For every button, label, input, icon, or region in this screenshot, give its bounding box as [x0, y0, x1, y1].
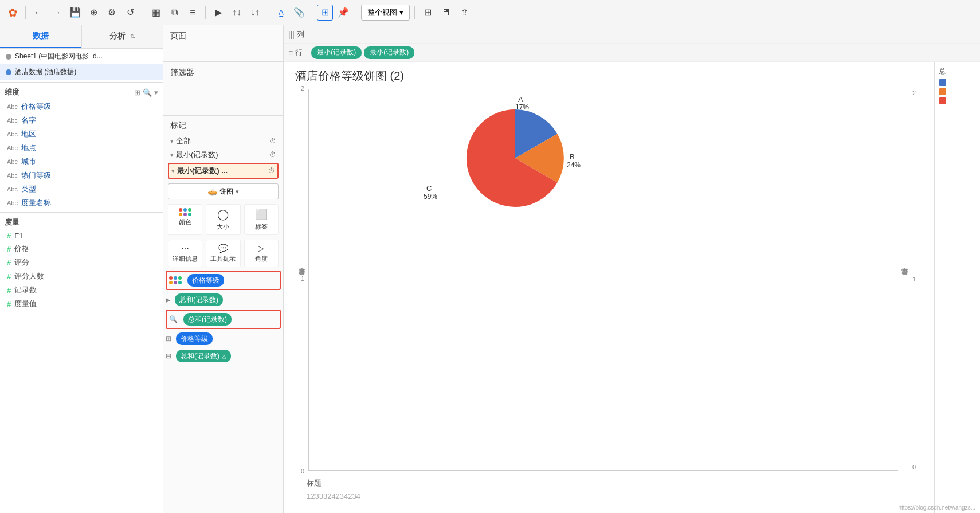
page-area — [163, 45, 283, 62]
row-shelf-label: 行 — [295, 48, 311, 58]
marks-active-row[interactable]: ▾ 最小(记录数) ... ⏱ — [168, 163, 279, 179]
measure-record-count[interactable]: # 记录数 — [0, 283, 163, 297]
datasource-sheet1[interactable]: Sheet1 (中国电影网电影_d... — [0, 49, 163, 64]
measure-rating-count[interactable]: # 评分人数 — [0, 269, 163, 283]
highlight-icon[interactable]: A̲ — [273, 5, 289, 21]
pie-chart-svg — [458, 101, 573, 216]
angle-label: 角度 — [255, 254, 268, 263]
tooltip-pill[interactable]: 总和(记录数) △ — [176, 350, 231, 362]
angle-icon: ▷ — [258, 244, 264, 253]
marks-active-expand: ▾ — [171, 167, 175, 175]
tab-analysis[interactable]: 分析 ⇅ — [82, 25, 163, 48]
layout-icon[interactable]: ▦ — [148, 5, 164, 21]
title-input[interactable]: 1233324234234 — [307, 492, 911, 500]
tab-data[interactable]: 数据 — [0, 25, 81, 48]
share-icon[interactable]: ⇪ — [456, 5, 472, 21]
dim-expand-icon[interactable]: ▾ — [154, 88, 158, 97]
sep4 — [268, 6, 268, 19]
col-shelf-row: ||| 列 — [284, 25, 980, 44]
legend-title: 总 — [939, 67, 975, 76]
dim-search-icon[interactable]: 🔍 — [143, 88, 152, 97]
datasource-hotel[interactable]: 酒店数据 (酒店数据) — [0, 64, 163, 80]
pie-percent-a: 17% — [515, 103, 529, 111]
dim-price-level[interactable]: Abc 价格等级 — [0, 100, 163, 113]
present-icon[interactable]: ▶ — [210, 5, 226, 21]
tooltip-button[interactable]: 💬 工具提示 — [206, 240, 240, 267]
pie-label-c: C — [426, 184, 432, 193]
view-mode-label: 整个视图 — [367, 7, 397, 18]
col-shelf-icon: ||| — [288, 30, 295, 39]
ds-dot-gray — [6, 54, 11, 60]
right-axis: 2 1 0 — [911, 89, 923, 471]
config-icon[interactable]: ⚙ — [104, 5, 120, 21]
filter-area — [163, 81, 283, 116]
toolbar: ✿ ← → 💾 ⊕ ⚙ ↺ ▦ ⧉ ≡ ▶ ↑↓ ↓↑ A̲ 📎 ⊞ 📌 整个视… — [0, 0, 980, 25]
logo-icon: ✿ — [5, 5, 21, 21]
measure-f1[interactable]: # F1 — [0, 230, 163, 242]
row-shelf-icon: ≡ — [288, 48, 293, 57]
tooltip-icon: 💬 — [218, 244, 228, 253]
detail-pill[interactable]: 价格等级 — [176, 332, 213, 345]
fit-icon[interactable]: ⊞ — [317, 5, 333, 21]
dim-location[interactable]: Abc 地点 — [0, 141, 163, 155]
sort-desc-icon[interactable]: ↓↑ — [247, 5, 263, 21]
color-pill[interactable]: 价格等级 — [187, 274, 224, 287]
dim-measure-name[interactable]: Abc 度量名称 — [0, 196, 163, 210]
chart-type-arrow: ▾ — [236, 188, 239, 195]
view-mode-button[interactable]: 整个视图 ▾ — [361, 5, 410, 21]
color-button[interactable]: 颜色 — [168, 204, 202, 235]
watermark: https://blog.csdn.net/wangzs... — [898, 504, 975, 511]
tab-sort-icon: ⇅ — [130, 33, 135, 40]
tooltip-pill-label: 总和(记录数) — [181, 351, 219, 361]
marks-min-row[interactable]: ▾ 最小(记录数) ⏱ — [168, 148, 279, 162]
pin-icon[interactable]: 📌 — [335, 5, 351, 21]
sep1 — [25, 6, 26, 19]
detail-button[interactable]: ⋯ 详细信息 — [168, 240, 202, 267]
save-button[interactable]: 💾 — [67, 5, 83, 21]
row-pill-2[interactable]: 最小(记录数) — [364, 46, 414, 59]
legend-color-2 — [939, 97, 946, 104]
marks-all-row[interactable]: ▾ 全部 ⏱ — [168, 134, 279, 148]
dim-hot-level[interactable]: Abc 热门等级 — [0, 169, 163, 182]
angle-pill1[interactable]: 总和(记录数) — [175, 293, 223, 306]
chart-and-legend: 酒店价格等级饼图 (2) 最小值记录数 2 1 0 — [284, 62, 980, 513]
row-pill-1[interactable]: 最小(记录数) — [311, 46, 362, 59]
legend-item-0[interactable] — [939, 79, 975, 86]
chart-content-area: 酒店价格等级饼图 (2) 最小值记录数 2 1 0 — [284, 62, 934, 513]
legend-item-2[interactable] — [939, 97, 975, 104]
add-datasource-button[interactable]: ⊕ — [85, 5, 101, 21]
measure-value[interactable]: # 度量值 — [0, 297, 163, 311]
angle-button[interactable]: ▷ 角度 — [244, 240, 279, 267]
measure-price[interactable]: # 价格 — [0, 242, 163, 256]
label-pill[interactable]: 总和(记录数) — [183, 313, 232, 326]
more-icon[interactable]: ≡ — [185, 5, 201, 21]
paperclip-icon[interactable]: 📎 — [291, 5, 307, 21]
dim-grid-icon[interactable]: ⊞ — [134, 88, 140, 97]
tooltip-pill-row: ⊟ 总和(记录数) △ — [163, 347, 283, 365]
dim-name[interactable]: Abc 名字 — [0, 113, 163, 127]
dim-region[interactable]: Abc 地区 — [0, 127, 163, 141]
canvas-area: ||| 列 ≡ 行 最小(记录数) 最小(记录数) — [284, 25, 980, 513]
size-label: 大小 — [217, 222, 229, 231]
sep3 — [205, 6, 206, 19]
back-button[interactable]: ← — [30, 5, 46, 21]
angle-expand1: ▶ — [166, 296, 170, 304]
grid-icon[interactable]: ⊞ — [420, 5, 436, 21]
dim-city[interactable]: Abc 城市 — [0, 155, 163, 169]
chart-type-button[interactable]: 🥧 饼图 ▾ — [168, 183, 279, 199]
label-button[interactable]: ⬜ 标签 — [244, 204, 279, 235]
col-shelf-label: 列 — [297, 29, 313, 40]
size-button[interactable]: ◯ 大小 — [206, 204, 240, 235]
dim-type[interactable]: Abc 类型 — [0, 182, 163, 196]
title-area: 标题 1233324234234 — [295, 471, 923, 507]
undo-button[interactable]: ↺ — [122, 5, 138, 21]
view-mode-arrow: ▾ — [399, 8, 403, 17]
monitor-icon[interactable]: 🖥 — [438, 5, 454, 21]
sort-asc-icon[interactable]: ↑↓ — [229, 5, 245, 21]
measure-rating[interactable]: # 评分 — [0, 256, 163, 269]
duplicate-icon[interactable]: ⧉ — [166, 5, 182, 21]
forward-button[interactable]: → — [49, 5, 65, 21]
sep5 — [312, 6, 312, 19]
legend-item-1[interactable] — [939, 88, 975, 95]
marks-min-clock: ⏱ — [269, 151, 276, 159]
